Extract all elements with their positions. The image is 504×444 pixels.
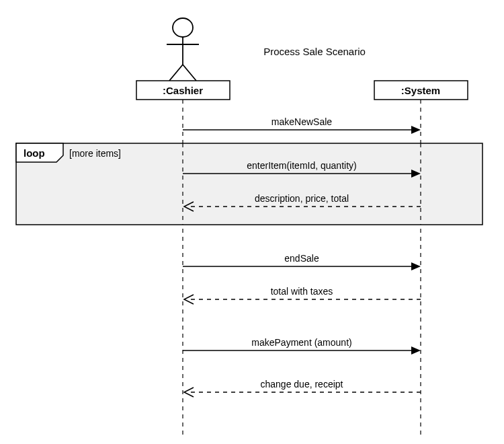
svg-point-0 [173, 18, 193, 37]
svg-line-3 [169, 65, 183, 81]
diagram-title: Process Sale Scenario [263, 46, 366, 57]
message-enterItem-label: enterItem(itemId, quantity) [247, 160, 356, 171]
message-endSale-label: endSale [284, 253, 319, 264]
loop-guard: [more items] [69, 148, 121, 159]
message-makeNewSale: makeNewSale [183, 116, 421, 134]
message-description-label: description, price, total [255, 193, 349, 204]
svg-marker-16 [411, 262, 421, 270]
message-change: change due, receipt [184, 379, 421, 397]
message-makePayment: makePayment (amount) [183, 337, 421, 355]
loop-fragment: loop [more items] [16, 143, 482, 225]
participant-system: :System [374, 81, 468, 100]
message-makeNewSale-label: makeNewSale [271, 116, 332, 127]
svg-marker-11 [411, 126, 421, 134]
actor-icon [167, 18, 199, 81]
sequence-diagram: Process Sale Scenario :Cashier :System l… [0, 0, 504, 444]
message-total: total with taxes [184, 286, 421, 304]
loop-label: loop [24, 147, 45, 159]
participant-system-label: :System [401, 85, 440, 96]
message-endSale: endSale [183, 253, 421, 270]
svg-marker-19 [411, 346, 421, 355]
message-total-label: total with taxes [271, 286, 333, 297]
message-makePayment-label: makePayment (amount) [251, 337, 351, 348]
message-change-label: change due, receipt [261, 379, 343, 390]
participant-cashier-label: :Cashier [163, 85, 203, 96]
participant-cashier: :Cashier [136, 81, 230, 100]
svg-line-4 [183, 65, 196, 81]
